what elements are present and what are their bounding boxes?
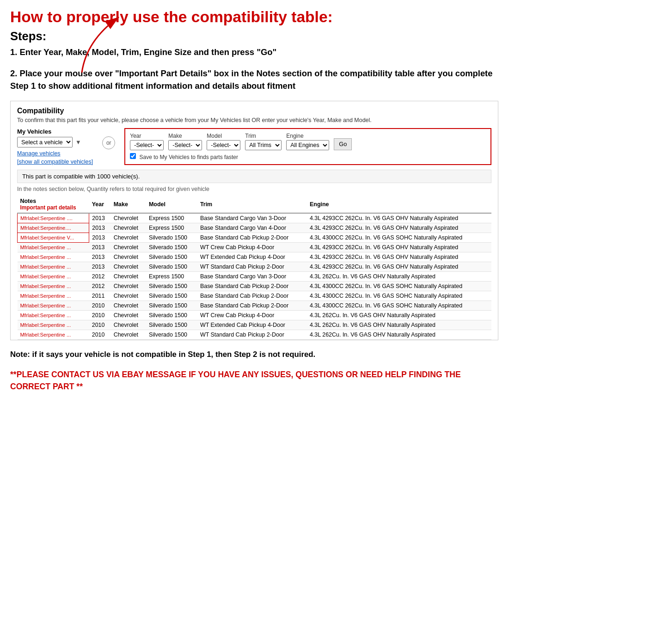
compat-note: In the notes section below, Quantity ref… [17,186,491,192]
trim-cell: WT Crew Cab Pickup 4-Door [197,242,307,252]
table-row: Mfrlabel:Serpentine.... 2013 Chevrolet E… [18,223,492,233]
model-label: Model [207,133,240,139]
model-cell: Silverado 1500 [146,233,197,242]
year-cell: 2013 [89,233,111,242]
notes-cell: Mfrlabel:Serpentine ... [18,271,89,281]
model-select[interactable]: -Select- [207,140,240,150]
trim-select[interactable]: All Trims [245,140,282,150]
my-vehicles-section: My Vehicles Select a vehicle ▼ Manage ve… [17,128,93,165]
my-vehicles-label: My Vehicles [17,128,93,135]
notes-cell: Mfrlabel:Serpentine ... [18,330,89,339]
model-cell: Silverado 1500 [146,330,197,339]
model-cell: Silverado 1500 [146,262,197,271]
notes-cell: Mfrlabel:Serpentine .... [18,213,89,223]
make-cell: Chevrolet [111,262,146,271]
model-cell: Silverado 1500 [146,301,197,310]
notes-cell: Mfrlabel:Serpentine ... [18,281,89,291]
notes-cell: Mfrlabel:Serpentine.... [18,223,89,233]
engine-cell: 4.3L 4293CC 262Cu. In. V6 GAS OHV Natura… [307,252,491,262]
trim-cell: WT Standard Cab Pickup 2-Door [197,330,307,339]
compat-info-bar: This part is compatible with 1000 vehicl… [17,170,491,183]
compat-table: Notes Important part details Year Make M… [17,196,491,340]
year-cell: 2013 [89,213,111,223]
vehicle-fields-row: Year -Select- Make -Select- Model -Selec… [130,133,486,150]
make-cell: Chevrolet [111,301,146,310]
compat-title: Compatibility [17,107,491,115]
model-cell: Silverado 1500 [146,310,197,320]
engine-cell: 4.3L 4293CC 262Cu. In. V6 GAS OHV Natura… [307,213,491,223]
table-row: Mfrlabel:Serpentine .... 2013 Chevrolet … [18,213,492,223]
steps-label: Steps: [10,30,498,43]
engine-cell: 4.3L 4300CC 262Cu. In. V6 GAS SOHC Natur… [307,233,491,242]
table-row: Mfrlabel:Serpentine ... 2012 Chevrolet E… [18,271,492,281]
engine-cell: 4.3L 4293CC 262Cu. In. V6 GAS OHV Natura… [307,242,491,252]
make-cell: Chevrolet [111,252,146,262]
engine-cell: 4.3L 4300CC 262Cu. In. V6 GAS SOHC Natur… [307,281,491,291]
compat-top-row: My Vehicles Select a vehicle ▼ Manage ve… [17,128,491,165]
engine-cell: 4.3L 262Cu. In. V6 GAS OHV Naturally Asp… [307,320,491,330]
year-cell: 2012 [89,281,111,291]
notes-cell: Mfrlabel:Serpentine ... [18,310,89,320]
model-field-group: Model -Select- [207,133,240,150]
notes-cell: Mfrlabel:Serpentine ... [18,320,89,330]
step1: 1. Enter Year, Make, Model, Trim, Engine… [10,46,498,59]
make-cell: Chevrolet [111,242,146,252]
trim-cell: Base Standard Cargo Van 3-Door [197,271,307,281]
select-vehicle-dropdown[interactable]: Select a vehicle [17,137,73,147]
make-cell: Chevrolet [111,271,146,281]
make-label: Make [168,133,202,139]
engine-cell: 4.3L 4300CC 262Cu. In. V6 GAS SOHC Natur… [307,301,491,310]
year-cell: 2010 [89,310,111,320]
trim-cell: WT Standard Cab Pickup 2-Door [197,262,307,271]
note-text: Note: if it says your vehicle is not com… [10,349,498,360]
trim-label: Trim [245,133,282,139]
col-model: Model [146,196,197,213]
col-notes: Notes Important part details [18,196,89,213]
make-cell: Chevrolet [111,310,146,320]
notes-cell: Mfrlabel:Serpentine ... [18,242,89,252]
make-cell: Chevrolet [111,213,146,223]
col-make: Make [111,196,146,213]
compat-subtitle: To confirm that this part fits your vehi… [17,117,491,123]
manage-vehicles-link[interactable]: Manage vehicles [17,150,93,157]
trim-cell: WT Crew Cab Pickup 4-Door [197,310,307,320]
save-label: Save to My Vehicles to finds parts faste… [140,154,238,160]
make-cell: Chevrolet [111,330,146,339]
make-cell: Chevrolet [111,281,146,291]
table-row: Mfrlabel:Serpentine ... 2011 Chevrolet S… [18,291,492,301]
model-cell: Express 1500 [146,223,197,233]
engine-cell: 4.3L 262Cu. In. V6 GAS OHV Naturally Asp… [307,310,491,320]
year-cell: 2010 [89,301,111,310]
model-cell: Silverado 1500 [146,242,197,252]
engine-cell: 4.3L 4293CC 262Cu. In. V6 GAS OHV Natura… [307,223,491,233]
engine-cell: 4.3L 262Cu. In. V6 GAS OHV Naturally Asp… [307,271,491,281]
notes-cell: Mfrlabel:Serpentine ... [18,262,89,271]
table-row: Mfrlabel:Serpentine ... 2010 Chevrolet S… [18,330,492,339]
engine-select[interactable]: All Engines [286,140,329,150]
dropdown-arrow-icon: ▼ [75,139,81,146]
save-checkbox[interactable] [130,153,136,159]
trim-cell: Base Standard Cargo Van 4-Door [197,223,307,233]
or-divider: or [102,136,115,149]
vehicle-entry-form: Year -Select- Make -Select- Model -Selec… [124,128,491,165]
table-row: Mfrlabel:Serpentine ... 2012 Chevrolet S… [18,281,492,291]
year-cell: 2010 [89,320,111,330]
engine-label: Engine [286,133,329,139]
notes-cell: Mfrlabel:Serpentine ... [18,301,89,310]
model-cell: Express 1500 [146,271,197,281]
make-field-group: Make -Select- [168,133,202,150]
engine-cell: 4.3L 4300CC 262Cu. In. V6 GAS SOHC Natur… [307,291,491,301]
table-row: Mfrlabel:Serpentine ... 2013 Chevrolet S… [18,252,492,262]
make-select[interactable]: -Select- [168,140,202,150]
go-button[interactable]: Go [334,138,352,150]
show-all-link[interactable]: [show all compatible vehicles] [17,159,93,165]
year-select[interactable]: -Select- [130,140,164,150]
year-cell: 2013 [89,252,111,262]
notes-cell: Mfrlabel:Serpentine ... [18,252,89,262]
year-cell: 2011 [89,291,111,301]
my-vehicles-select-row: Select a vehicle ▼ [17,137,93,147]
make-cell: Chevrolet [111,223,146,233]
model-cell: Silverado 1500 [146,291,197,301]
make-cell: Chevrolet [111,233,146,242]
trim-cell: WT Extended Cab Pickup 4-Door [197,320,307,330]
